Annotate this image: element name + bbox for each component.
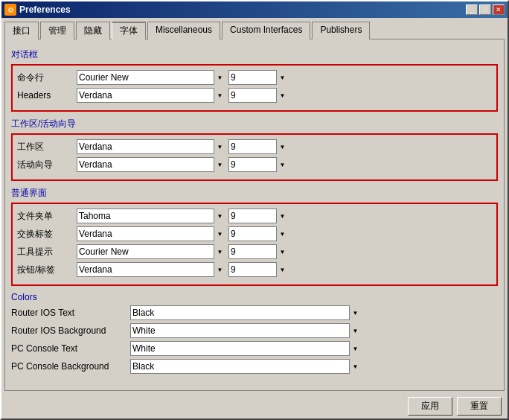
- general-size-wrapper-2: 9 ▼: [228, 244, 288, 259]
- general-label-3: 按钮/标签: [17, 264, 77, 276]
- workspace-row-0: 工作区 Verdana Courier New Tahoma ▼ 9 ▼: [17, 139, 492, 154]
- general-size-wrapper-0: 9 ▼: [228, 209, 288, 223]
- general-row-3: 按钮/标签 Verdana Courier New Tahoma ▼ 9 ▼: [17, 262, 492, 277]
- tab-content: 对话框 命令行 Courier New Verdana Tahoma ▼ 9 7: [4, 39, 505, 391]
- general-size-select-0[interactable]: 9: [228, 209, 288, 223]
- close-button[interactable]: ✕: [493, 4, 505, 15]
- dialog-size-wrapper-0: 9 7 8 10 ▼: [228, 70, 288, 85]
- general-row-2: 工具提示 Courier New Verdana Tahoma ▼ 9 ▼: [17, 244, 492, 259]
- tab-guanli[interactable]: 管理: [40, 22, 74, 39]
- tabs-bar: 接口 管理 隐藏 字体 Miscellaneous Custom Interfa…: [1, 18, 508, 39]
- workspace-size-wrapper-0: 9 ▼: [228, 139, 288, 154]
- general-size-wrapper-1: 9 ▼: [228, 226, 288, 241]
- general-font-wrapper-2: Courier New Verdana Tahoma ▼: [77, 244, 225, 259]
- general-row-1: 交换标签 Verdana Courier New Tahoma ▼ 9 ▼: [17, 226, 492, 241]
- general-size-wrapper-3: 9 ▼: [228, 262, 288, 277]
- dialog-size-select-0[interactable]: 9 7 8 10: [228, 70, 288, 85]
- general-size-select-3[interactable]: 9: [228, 262, 288, 277]
- dialog-label-0: 命令行: [17, 71, 77, 84]
- tab-yincang[interactable]: 隐藏: [76, 22, 110, 39]
- workspace-font-select-1[interactable]: Verdana Courier New Tahoma: [77, 157, 225, 172]
- tab-publishers[interactable]: Publishers: [312, 22, 370, 39]
- workspace-size-wrapper-1: 9 ▼: [228, 157, 288, 172]
- preferences-window: ⚙ Preferences _ □ ✕ 接口 管理 隐藏 字体 Miscella…: [0, 0, 509, 420]
- color-row-3: PC Console Background Black White ▼: [11, 359, 498, 374]
- dialog-size-select-1[interactable]: 9 7 8 10: [228, 88, 288, 103]
- dialog-font-select-0[interactable]: Courier New Verdana Tahoma: [77, 70, 225, 85]
- workspace-font-wrapper-1: Verdana Courier New Tahoma ▼: [77, 157, 225, 172]
- workspace-font-wrapper-0: Verdana Courier New Tahoma ▼: [77, 139, 225, 154]
- tab-ziti[interactable]: 字体: [112, 22, 146, 39]
- colors-section: Router IOS Text Black White ▼ Router IOS…: [11, 305, 498, 374]
- dialog-label-1: Headers: [17, 90, 77, 101]
- workspace-font-select-0[interactable]: Verdana Courier New Tahoma: [77, 139, 225, 154]
- color-select-wrapper-0: Black White ▼: [130, 305, 361, 320]
- window-icon: ⚙: [4, 4, 16, 16]
- general-row-0: 文件夹单 Tahoma Verdana Courier New ▼ 9 ▼: [17, 209, 492, 223]
- window-title: Preferences: [19, 4, 463, 15]
- dialog-font-wrapper-0: Courier New Verdana Tahoma ▼: [77, 70, 225, 85]
- general-font-wrapper-3: Verdana Courier New Tahoma ▼: [77, 262, 225, 277]
- general-font-wrapper-1: Verdana Courier New Tahoma ▼: [77, 226, 225, 241]
- color-label-3: PC Console Background: [11, 361, 130, 372]
- general-font-select-0[interactable]: Tahoma Verdana Courier New: [77, 209, 225, 223]
- color-label-0: Router IOS Text: [11, 308, 130, 318]
- color-select-1[interactable]: White Black: [130, 323, 361, 338]
- general-font-wrapper-0: Tahoma Verdana Courier New ▼: [77, 209, 225, 223]
- dialog-size-wrapper-1: 9 7 8 10 ▼: [228, 88, 288, 103]
- color-select-wrapper-2: White Black ▼: [130, 341, 361, 356]
- color-row-1: Router IOS Background White Black ▼: [11, 323, 498, 338]
- minimize-button[interactable]: _: [466, 4, 478, 15]
- general-size-select-1[interactable]: 9: [228, 226, 288, 241]
- title-bar: ⚙ Preferences _ □ ✕: [1, 1, 508, 18]
- color-select-3[interactable]: Black White: [130, 359, 361, 374]
- general-label-2: 工具提示: [17, 246, 77, 258]
- general-section: 文件夹单 Tahoma Verdana Courier New ▼ 9 ▼: [11, 203, 498, 286]
- color-select-wrapper-3: Black White ▼: [130, 359, 361, 374]
- tab-jiekou[interactable]: 接口: [4, 22, 39, 39]
- color-row-0: Router IOS Text Black White ▼: [11, 305, 498, 320]
- color-select-0[interactable]: Black White: [130, 305, 361, 320]
- general-label-0: 文件夹单: [17, 210, 77, 223]
- tab-custom-interfaces[interactable]: Custom Interfaces: [222, 22, 310, 39]
- bottom-bar: 应用 重置: [1, 394, 508, 419]
- colors-section-label: Colors: [11, 292, 498, 302]
- general-size-select-2[interactable]: 9: [228, 244, 288, 259]
- apply-button[interactable]: 应用: [408, 397, 452, 416]
- workspace-section: 工作区 Verdana Courier New Tahoma ▼ 9 ▼: [11, 133, 498, 181]
- color-select-2[interactable]: White Black: [130, 341, 361, 356]
- general-label-1: 交换标签: [17, 228, 77, 241]
- general-font-select-2[interactable]: Courier New Verdana Tahoma: [77, 244, 225, 259]
- general-font-select-3[interactable]: Verdana Courier New Tahoma: [77, 262, 225, 277]
- workspace-label-0: 工作区: [17, 141, 77, 153]
- color-label-1: Router IOS Background: [11, 325, 130, 336]
- title-bar-buttons: _ □ ✕: [466, 4, 505, 15]
- reset-button[interactable]: 重置: [457, 397, 502, 416]
- workspace-label-1: 活动向导: [17, 159, 77, 171]
- general-section-label: 普通界面: [11, 187, 498, 200]
- workspace-section-label: 工作区/活动向导: [11, 118, 498, 130]
- dialog-row-0: 命令行 Courier New Verdana Tahoma ▼ 9 7 8 1…: [17, 70, 492, 85]
- dialog-font-select-1[interactable]: Verdana Courier New Tahoma: [77, 88, 225, 103]
- workspace-row-1: 活动向导 Verdana Courier New Tahoma ▼ 9 ▼: [17, 157, 492, 172]
- workspace-size-select-0[interactable]: 9: [228, 139, 288, 154]
- dialog-section: 命令行 Courier New Verdana Tahoma ▼ 9 7 8 1…: [11, 64, 498, 112]
- tab-miscellaneous[interactable]: Miscellaneous: [147, 22, 220, 39]
- color-select-wrapper-1: White Black ▼: [130, 323, 361, 338]
- workspace-size-select-1[interactable]: 9: [228, 157, 288, 172]
- dialog-section-label: 对话框: [11, 48, 498, 61]
- dialog-row-1: Headers Verdana Courier New Tahoma ▼ 9 7…: [17, 88, 492, 103]
- general-font-select-1[interactable]: Verdana Courier New Tahoma: [77, 226, 225, 241]
- dialog-font-wrapper-1: Verdana Courier New Tahoma ▼: [77, 88, 225, 103]
- color-label-2: PC Console Text: [11, 343, 130, 354]
- color-row-2: PC Console Text White Black ▼: [11, 341, 498, 356]
- maximize-button[interactable]: □: [479, 4, 491, 15]
